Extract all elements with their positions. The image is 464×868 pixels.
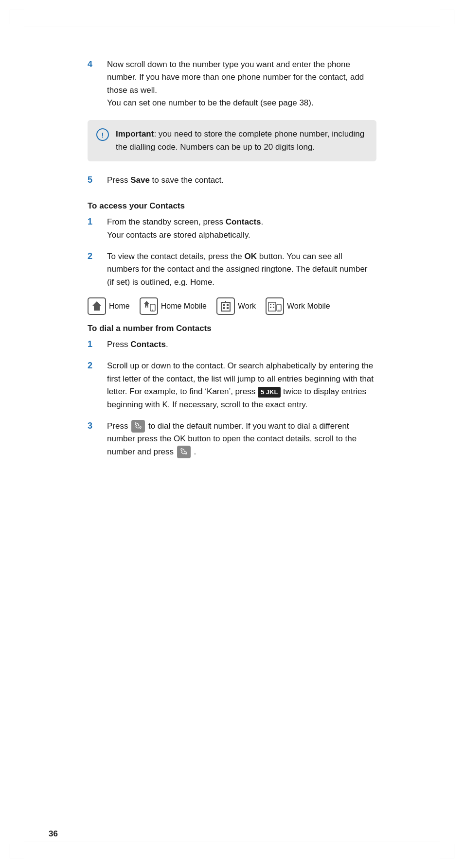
important-label: Important <box>116 129 154 139</box>
work-icon-item: Work <box>216 297 256 315</box>
home-mobile-label: Home Mobile <box>161 302 207 311</box>
contacts-step-2: 2 To view the contact details, press the… <box>88 250 376 289</box>
dial-step-1: 1 Press Contacts. <box>88 338 376 351</box>
svg-rect-20 <box>273 307 274 308</box>
content-area: 4 Now scroll down to the number type you… <box>49 39 415 496</box>
phone-handset-icon-2 <box>179 448 188 456</box>
svg-rect-17 <box>270 304 271 305</box>
step-5: 5 Press Save to save the contact. <box>88 174 376 187</box>
svg-rect-11 <box>223 304 225 306</box>
corner-tl <box>10 10 24 24</box>
contacts-step-1-text: From the standby screen, press Contacts.… <box>107 216 263 242</box>
contacts-step-2-text: To view the contact details, press the O… <box>107 250 376 289</box>
dial-step-2: 2 Scroll up or down to the contact. Or s… <box>88 360 376 411</box>
svg-text:!: ! <box>102 131 104 139</box>
phone-handset-icon <box>134 422 143 430</box>
work-mobile-icon <box>266 297 284 315</box>
dial-step-3: 3 Press to dial the default number. If y… <box>88 420 376 458</box>
work-mobile-icon-item: Work Mobile <box>266 297 330 315</box>
home-mobile-icon-item: Home Mobile <box>140 297 207 315</box>
phone-type-icon-row: Home Home Mobile <box>88 297 376 315</box>
top-divider <box>24 27 440 27</box>
dial-step-1-text: Press Contacts. <box>107 338 168 351</box>
page: 4 Now scroll down to the number type you… <box>0 0 464 868</box>
home-mobile-icon <box>140 297 158 315</box>
svg-rect-4 <box>95 308 98 311</box>
step-5-number: 5 <box>88 175 98 185</box>
corner-bl <box>10 844 24 858</box>
svg-rect-16 <box>268 302 276 311</box>
work-label: Work <box>238 302 256 311</box>
step-5-text: Press Save to save the contact. <box>107 174 224 187</box>
contacts-step-1: 1 From the standby screen, press Contact… <box>88 216 376 242</box>
call-icon-inline-2 <box>177 446 191 458</box>
contacts-step-2-number: 2 <box>88 251 98 261</box>
svg-rect-10 <box>221 302 230 311</box>
important-box: ! Important: you need to store the compl… <box>88 120 376 161</box>
dial-step-2-number: 2 <box>88 361 98 371</box>
call-icon-inline-1 <box>131 420 145 433</box>
svg-rect-14 <box>227 307 229 309</box>
home-icon-item: Home <box>88 297 130 315</box>
exclamation-circle-icon: ! <box>96 128 109 141</box>
dial-step-1-number: 1 <box>88 339 98 349</box>
save-label: Save <box>130 175 150 185</box>
page-number: 36 <box>49 829 58 839</box>
step-4-number: 4 <box>88 59 98 69</box>
svg-point-8 <box>152 310 153 311</box>
svg-rect-19 <box>270 307 271 308</box>
key-5jkl: 5 JKL <box>258 387 281 398</box>
section-dial-title: To dial a number from Contacts <box>88 324 376 333</box>
home-label: Home <box>109 302 130 311</box>
dial-step-2-text: Scroll up or down to the contact. Or sea… <box>107 360 376 411</box>
important-icon: ! <box>96 128 109 144</box>
work-icon <box>216 297 235 315</box>
work-mobile-label: Work Mobile <box>287 302 330 311</box>
step-4-text: Now scroll down to the number type you w… <box>107 58 376 109</box>
corner-br <box>440 844 454 858</box>
home-icon <box>88 297 106 315</box>
bottom-divider <box>24 841 440 841</box>
svg-rect-12 <box>227 304 229 306</box>
svg-rect-13 <box>223 307 225 309</box>
svg-rect-9 <box>217 298 234 314</box>
contacts-step-1-number: 1 <box>88 217 98 227</box>
svg-rect-18 <box>273 304 274 305</box>
svg-marker-6 <box>143 301 149 308</box>
dial-step-3-number: 3 <box>88 421 98 431</box>
corner-tr <box>440 10 454 24</box>
step-4: 4 Now scroll down to the number type you… <box>88 58 376 109</box>
dial-step-3-text: Press to dial the default number. If you… <box>107 420 376 458</box>
important-text: Important: you need to store the complet… <box>116 128 366 154</box>
svg-point-22 <box>279 310 280 311</box>
section-contacts-title: To access your Contacts <box>88 201 376 211</box>
